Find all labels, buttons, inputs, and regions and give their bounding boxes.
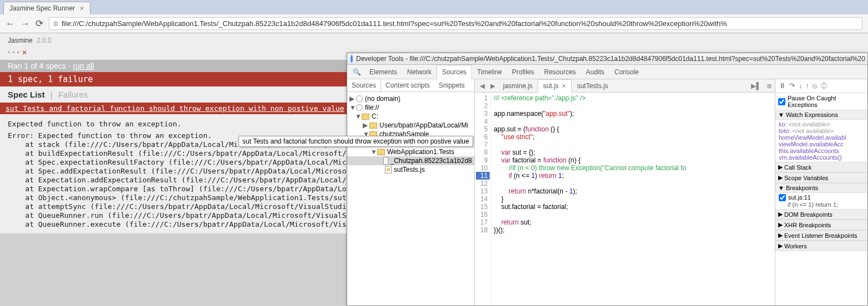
run-all-link[interactable]: run all (73, 62, 94, 70)
globe-icon (356, 104, 363, 111)
browser-tab[interactable]: Jasmine Spec Runner ✕ (3, 2, 90, 14)
tree-file-chutzpah[interactable]: _Chutzpah.85223c1a1b2d8 (347, 156, 474, 165)
pause-exceptions-icon[interactable]: ⏀ (820, 81, 828, 90)
forward-icon: → (21, 18, 30, 29)
callstack-header[interactable]: ▶Call Stack (775, 162, 867, 172)
open-file-tabs: ◀ ▶ jasmine.js sut.js✕ sutTests.js ▶▌ ≣ (475, 79, 775, 93)
tab-nav-left-icon[interactable]: ◀ (477, 81, 488, 91)
file-tab-suttests[interactable]: sutTests.js (572, 80, 613, 92)
close-icon[interactable]: ✕ (79, 5, 84, 12)
tab-list-icon[interactable]: ≣ (764, 81, 775, 91)
workers-header[interactable]: ▶Workers (775, 241, 867, 251)
tree-no-domain[interactable]: ▶(no domain) (347, 94, 474, 103)
tab-failures[interactable]: Failures (58, 90, 88, 99)
dom-bp-header[interactable]: ▶DOM Breakpoints (775, 209, 867, 220)
watch-item[interactable]: this.availableAccounts (779, 147, 864, 154)
tab-spec-list[interactable]: Spec List (8, 90, 45, 99)
panel-audits[interactable]: Audits (581, 65, 609, 79)
breakpoint-marker: 11 (476, 172, 490, 180)
tab-title: Jasmine Spec Runner (9, 4, 75, 12)
watch-body: ko: <not available> toto: <not available… (775, 120, 867, 162)
tooltip: sut Tests and factorial function should … (238, 136, 473, 147)
folder-icon (362, 114, 369, 120)
close-icon[interactable]: ✕ (561, 83, 566, 90)
nav-bar: ← → ⟳ 🗎 file:///C:/chutzpahSample/WebApp… (0, 14, 868, 33)
watch-item[interactable]: viewModel.availableAcc (779, 141, 864, 147)
tree-tests[interactable]: ▼WebApplication1.Tests (347, 147, 474, 156)
breakpoint-item[interactable]: sut.js:11 (779, 194, 864, 201)
file-icon (383, 157, 388, 165)
watch-item[interactable]: vm.availableAccounts() (779, 154, 864, 161)
panel-resources[interactable]: Resources (539, 65, 581, 79)
watch-item[interactable]: ko: <not available> (779, 121, 864, 128)
panel-network[interactable]: Network (402, 65, 436, 79)
js-file-icon (385, 166, 392, 174)
sources-sidebar: Sources Content scripts Snippets ▶(no do… (347, 79, 475, 305)
file-tab-jasmine[interactable]: jasmine.js (498, 80, 537, 92)
xhr-bp-header[interactable]: ▶XHR Breakpoints (775, 220, 867, 230)
back-icon[interactable]: ← (6, 18, 15, 29)
folder-icon (377, 149, 385, 155)
run-snippet-icon[interactable]: ▶▌ (748, 81, 764, 91)
url-bar[interactable]: 🗎 file:///C:/chutzpahSample/WebApplicati… (49, 17, 862, 30)
file-tree: ▶(no domain) ▼file:// ▼C: ▶Users/bpatr/A… (347, 92, 474, 305)
jasmine-name: Jasmine (8, 37, 33, 44)
scope-header[interactable]: ▶Scope Variables (775, 172, 867, 183)
step-into-icon[interactable]: ↓ (799, 81, 803, 90)
file-tab-sut[interactable]: sut.js✕ (537, 79, 572, 93)
browser-chrome: Jasmine Spec Runner ✕ ← → ⟳ 🗎 file:///C:… (0, 0, 868, 33)
panel-profiles[interactable]: Profiles (507, 65, 539, 79)
subtab-snippets[interactable]: Snippets (434, 79, 469, 91)
tree-c[interactable]: ▼C: (347, 112, 474, 121)
tab-strip: Jasmine Spec Runner ✕ (0, 0, 868, 14)
watch-item[interactable]: homeViewModel.availabl (779, 134, 864, 141)
watch-item[interactable]: toto: <not available> (779, 128, 864, 134)
tree-file-suttests[interactable]: sutTests.js (347, 165, 474, 174)
panel-sources[interactable]: Sources (436, 65, 472, 79)
pause-caught-checkbox[interactable] (778, 98, 785, 105)
devtools-window: Developer Tools - file:///C:/chutzpahSam… (347, 53, 868, 306)
subtab-sources[interactable]: Sources (347, 79, 381, 91)
chevron-down-icon: ▼ (778, 185, 784, 191)
tree-file[interactable]: ▼file:// (347, 103, 474, 112)
tree-users[interactable]: ▶Users/bpatr/AppData/Local/Mi (347, 121, 474, 130)
panel-elements[interactable]: Elements (364, 65, 402, 79)
step-out-icon[interactable]: ↑ (806, 81, 810, 90)
code-panel: ◀ ▶ jasmine.js sut.js✕ sutTests.js ▶▌ ≣ … (475, 79, 775, 305)
jasmine-banner: Jasmine 2.0.0 (0, 33, 868, 48)
ran-count: Ran 1 of 4 specs - (8, 62, 73, 70)
debugger-sidebar: ⏸ ↷ ↓ ↑ ⦸ ⏀ Pause On Caught Exceptions ▼… (775, 79, 867, 305)
chevron-right-icon: ▶ (778, 232, 783, 239)
deactivate-bp-icon[interactable]: ⦸ (813, 81, 817, 90)
chevron-right-icon: ▶ (778, 164, 783, 171)
bp-checkbox[interactable] (779, 194, 786, 201)
globe-icon (356, 95, 363, 102)
line-gutter[interactable]: 123456789101112131415161718 (475, 93, 491, 305)
url-text: file:///C:/chutzpahSample/WebApplication… (62, 19, 727, 28)
chevron-right-icon: ▶ (778, 221, 783, 228)
tab-nav-right-icon[interactable]: ▶ (488, 81, 498, 91)
sources-subtabs: Sources Content scripts Snippets (347, 79, 474, 92)
inspect-icon[interactable]: 🔍 (349, 67, 364, 78)
breakpoints-header[interactable]: ▼Breakpoints (775, 183, 867, 193)
subtab-content-scripts[interactable]: Content scripts (381, 79, 434, 91)
pause-icon[interactable]: ⏸ (779, 81, 786, 90)
evt-bp-header[interactable]: ▶Event Listener Breakpoints (775, 230, 867, 241)
breakpoints-body: sut.js:11 if (n <= 1) return 1; (775, 193, 867, 209)
devtools-titlebar[interactable]: Developer Tools - file:///C:/chutzpahSam… (347, 53, 867, 65)
watch-header[interactable]: ▼Watch Expressions (775, 110, 867, 120)
step-over-icon[interactable]: ↷ (789, 81, 795, 90)
folder-icon (369, 123, 377, 129)
code-content: /// <reference path="./app.js" /> app.na… (491, 93, 688, 305)
devtools-panel-tabs: 🔍 Elements Network Sources Timeline Prof… (347, 65, 867, 79)
devtools-title: Developer Tools - file:///C:/chutzpahSam… (356, 55, 865, 63)
chevron-right-icon: ▶ (778, 211, 783, 218)
panel-console[interactable]: Console (610, 65, 644, 79)
reload-icon[interactable]: ⟳ (35, 18, 43, 29)
chevron-down-icon: ▼ (778, 111, 784, 118)
pause-caught-row[interactable]: Pause On Caught Exceptions (775, 93, 867, 110)
chevron-right-icon: ▶ (778, 242, 783, 249)
chrome-icon (351, 55, 353, 63)
code-editor[interactable]: 123456789101112131415161718 /// <referen… (475, 93, 775, 305)
panel-timeline[interactable]: Timeline (472, 65, 507, 79)
